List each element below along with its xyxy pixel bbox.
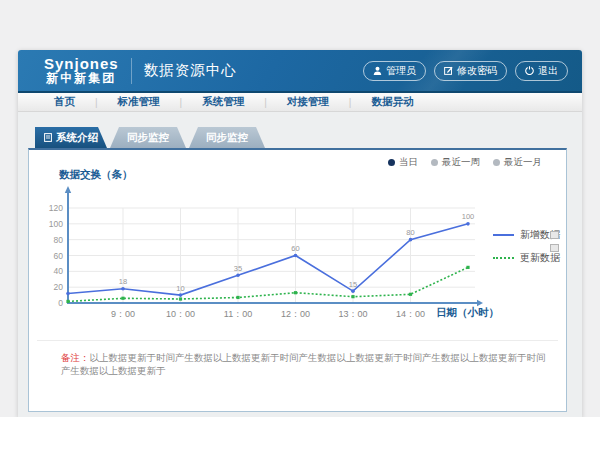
app-header: Synjones 新中新集团 数据资源中心 管理员 修改密码 [18,50,582,93]
nav-item-system-mgmt[interactable]: 系统管理 [182,95,264,109]
nav-item-data-change[interactable]: 数据异动 [351,95,433,109]
svg-text:20: 20 [54,282,64,292]
dotted-line-icon [493,257,514,259]
nav-item-interface-mgmt[interactable]: 对接管理 [267,95,349,109]
chart-panel: 当日 最近一周 最近一月 数据交换（条） 0204060801001209：00… [28,148,567,412]
svg-text:35: 35 [234,264,242,273]
svg-text:60: 60 [291,244,299,253]
logo: Synjones 新中新集团 [18,56,119,84]
tab-system-intro[interactable]: 系统介绍 [35,127,107,148]
logo-text-en: Synjones [44,56,119,72]
nav-item-standard-mgmt[interactable]: 标准管理 [98,95,180,109]
edit-icon [444,66,453,75]
x-axis-title: 日期（小时） [436,306,499,320]
svg-text:120: 120 [49,203,63,213]
header-divider [131,58,132,84]
logout-button[interactable]: 退出 [515,61,568,81]
svg-text:15: 15 [349,280,357,289]
svg-text:40: 40 [54,266,64,276]
footnote: 备注：以上数据更新于时间产生数据以上数据更新于时间产生数据以上数据更新于时间产生… [61,351,550,378]
footnote-label: 备注： [61,352,90,363]
legend-item-updated-data[interactable]: 更新数据 [493,251,560,265]
svg-text:13：00: 13：00 [338,309,367,319]
svg-text:80: 80 [406,228,414,237]
svg-text:80: 80 [54,235,64,245]
tab-bar: 系统介绍 同步监控 同步监控 [35,127,265,148]
user-icon [373,66,382,75]
logo-text-cn: 新中新集团 [44,72,119,85]
power-icon [525,66,534,75]
svg-text:100: 100 [49,219,63,229]
svg-text:12：00: 12：00 [281,309,310,319]
main-nav: 首页 | 标准管理 | 系统管理 | 对接管理 | 数据异动 [18,93,582,112]
svg-text:0: 0 [58,298,63,308]
page-title: 数据资源中心 [144,61,237,80]
app-window: Synjones 新中新集团 数据资源中心 管理员 修改密码 [18,50,582,418]
nav-item-home[interactable]: 首页 [34,95,95,109]
svg-text:10: 10 [176,284,184,293]
change-password-button[interactable]: 修改密码 [434,61,507,81]
document-icon [44,133,52,142]
svg-text:10：00: 10：00 [166,309,195,319]
admin-user-button[interactable]: 管理员 [363,61,426,81]
solid-line-icon [493,234,514,236]
chart-toolbox [550,231,559,252]
footnote-text: 以上数据更新于时间产生数据以上数据更新于时间产生数据以上数据更新于时间产生数据以… [61,352,546,376]
tab-sync-monitor-2[interactable]: 同步监控 [189,127,265,148]
svg-text:100: 100 [462,212,475,221]
svg-text:18: 18 [119,277,127,286]
line-chart: 0204060801001209：0010：0011：0012：0013：001… [29,150,566,350]
chart-tool-icon-1[interactable] [550,231,559,239]
svg-text:9：00: 9：00 [111,309,135,319]
header-actions: 管理员 修改密码 退出 [363,61,568,81]
svg-text:14：00: 14：00 [396,309,425,319]
panel-divider [37,340,558,341]
page-background-strip [0,417,600,450]
svg-text:11：00: 11：00 [224,309,252,319]
tab-sync-monitor-1[interactable]: 同步监控 [110,127,186,148]
chart-tool-icon-2[interactable] [550,244,559,252]
svg-text:60: 60 [54,251,64,261]
